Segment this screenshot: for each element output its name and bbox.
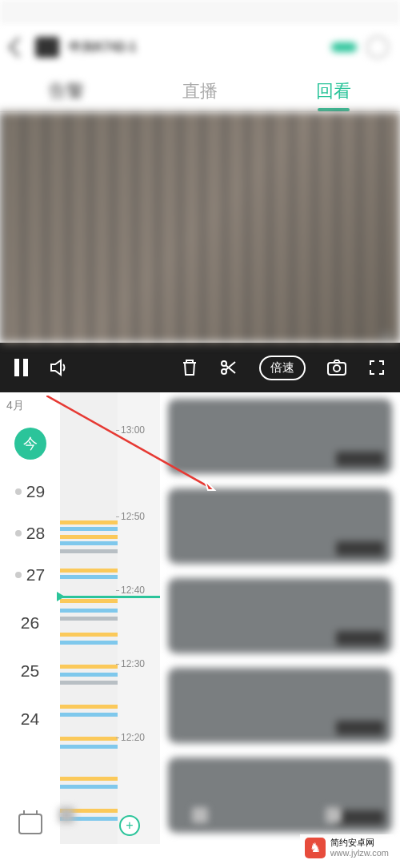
clip-item[interactable] [168, 488, 392, 564]
tab-playback[interactable]: 回看 [266, 70, 400, 111]
tab-alert[interactable]: 告警 [0, 70, 134, 111]
system-nav [0, 799, 400, 831]
svg-point-3 [334, 365, 340, 372]
clips-column[interactable] [160, 392, 400, 844]
tick-1230: 12:30 [121, 658, 145, 669]
tick-1300: 13:00 [121, 424, 145, 436]
playback-content: 4月 今 29 28 27 26 25 24 13:00 12: [0, 392, 400, 844]
wm-url: www.jylzw.com [330, 848, 389, 858]
video-watermark [381, 335, 394, 338]
site-watermark: ♞ 简约安卓网 www.jylzw.com [300, 834, 394, 862]
pause-button[interactable] [14, 359, 28, 376]
date-25[interactable]: 25 [21, 661, 39, 681]
status-pill[interactable] [331, 42, 357, 52]
date-27[interactable]: 27 [15, 565, 45, 585]
tick-1250: 12:50 [121, 511, 145, 522]
scissors-icon[interactable] [219, 358, 238, 377]
camera-snapshot-icon[interactable] [326, 359, 347, 376]
wm-site: 简约安卓网 [330, 838, 389, 848]
tab-live[interactable]: 直播 [134, 70, 267, 111]
app-header: 中兴K742-1 [0, 24, 400, 70]
timeline-track[interactable]: 13:00 12:50 12:40 12:30 12:20 + [60, 392, 160, 844]
volume-icon[interactable] [49, 358, 70, 377]
back-icon[interactable] [8, 37, 28, 57]
trash-icon[interactable] [181, 358, 198, 377]
date-29[interactable]: 29 [15, 482, 45, 501]
player-controls: 倍速 [0, 343, 400, 392]
date-today[interactable]: 今 [14, 428, 46, 460]
status-bar [0, 0, 400, 24]
fullscreen-icon[interactable] [368, 359, 386, 376]
tick-1220: 12:20 [121, 732, 145, 743]
camera-icon [35, 37, 59, 58]
clip-item[interactable] [168, 578, 392, 653]
camera-name: 中兴K742-1 [69, 39, 136, 56]
video-preview[interactable] [0, 112, 400, 343]
date-24[interactable]: 24 [21, 709, 39, 729]
tick-1240: 12:40 [121, 585, 145, 596]
android-icon: ♞ [305, 838, 326, 858]
date-26[interactable]: 26 [21, 613, 39, 633]
gear-icon[interactable] [366, 36, 389, 58]
clip-item[interactable] [168, 399, 392, 474]
speed-button[interactable]: 倍速 [259, 356, 306, 380]
tab-bar: 告警 直播 回看 [0, 70, 400, 112]
month-label: 4月 [0, 399, 24, 413]
clip-item[interactable] [168, 668, 392, 743]
date-column: 4月 今 29 28 27 26 25 24 [0, 392, 60, 844]
playhead-cursor[interactable] [60, 596, 160, 598]
date-28[interactable]: 28 [15, 524, 45, 543]
